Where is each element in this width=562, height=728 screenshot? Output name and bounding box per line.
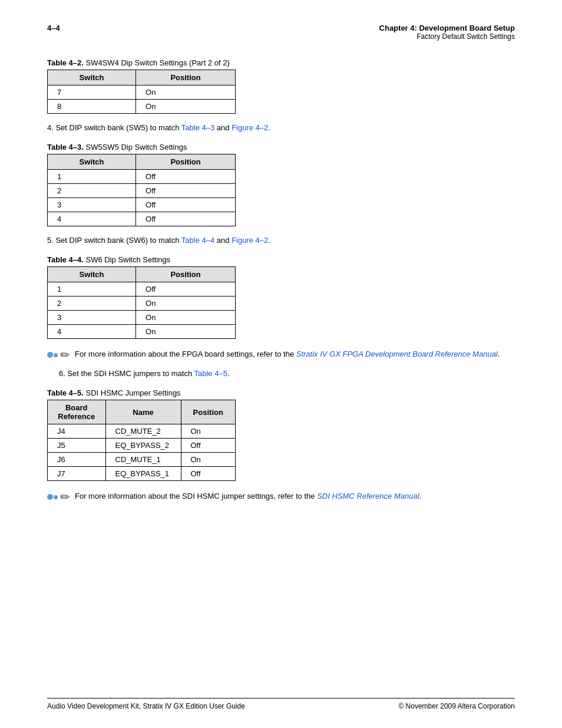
table5-col2-header: Name <box>105 400 181 424</box>
note2-text: For more information about the SDI HSMC … <box>75 490 421 502</box>
pencil2-icon: ✏ <box>60 491 70 503</box>
table5-caption: Table 4–5. SDI HSMC Jumper Settings <box>47 388 515 397</box>
page-footer: Audio Video Development Kit, Stratix IV … <box>47 698 515 710</box>
table-row: 8On <box>48 100 236 114</box>
note1-icon: ✏ <box>47 349 70 361</box>
table2-col2-header: Position <box>136 70 236 85</box>
table-row: 1Off <box>48 282 236 297</box>
switch-cell: 2 <box>48 297 136 311</box>
table3-col1-header: Switch <box>48 154 136 170</box>
note-dot-small <box>54 353 58 357</box>
figure42-link-2[interactable]: Figure 4–2 <box>232 236 268 245</box>
chapter-title: Chapter 4: Development Board Setup <box>379 24 515 32</box>
position-cell: Off <box>136 170 236 184</box>
table45-link[interactable]: Table 4–5 <box>194 369 227 378</box>
pencil-icon: ✏ <box>60 349 70 361</box>
table-row: 2On <box>48 297 236 311</box>
table4-caption: Table 4–4. SW6 Dip Switch Settings <box>47 255 515 264</box>
page-number: 4–4 <box>47 24 60 32</box>
position-cell: On <box>136 100 236 114</box>
switch-cell: 4 <box>48 212 136 226</box>
name-cell: CD_MUTE_2 <box>105 424 181 439</box>
table3-col2-header: Position <box>136 154 236 170</box>
table-row: 4Off <box>48 212 236 226</box>
switch-cell: 3 <box>48 311 136 325</box>
table5: Board Reference Name Position J4CD_MUTE_… <box>47 400 236 481</box>
name-cell: EQ_BYPASS_1 <box>105 467 181 481</box>
note2-block: ✏ For more information about the SDI HSM… <box>47 490 515 503</box>
position-cell: Off <box>136 212 236 226</box>
footer-right: © November 2009 Altera Corporation <box>398 702 515 710</box>
name-cell: EQ_BYPASS_2 <box>105 439 181 453</box>
table43-link[interactable]: Table 4–3 <box>181 123 214 132</box>
table3: Switch Position 1Off2Off3Off4Off <box>47 154 236 226</box>
page: 4–4 Chapter 4: Development Board Setup F… <box>0 0 562 728</box>
table-row: 3On <box>48 311 236 325</box>
table5-col1-header: Board Reference <box>48 400 106 424</box>
position-cell: Off <box>181 467 236 481</box>
step5-text: 5. Set DIP switch bank (SW6) to match Ta… <box>47 236 515 245</box>
stratix-manual-link[interactable]: Stratix IV GX FPGA Development Board Ref… <box>296 350 498 358</box>
position-cell: On <box>136 297 236 311</box>
name-cell: CD_MUTE_1 <box>105 453 181 467</box>
ref-cell: J6 <box>48 453 106 467</box>
step4-text: 4. Set DIP switch bank (SW5) to match Ta… <box>47 123 515 132</box>
table-row: 7On <box>48 85 236 100</box>
position-cell: On <box>136 325 236 339</box>
note-dot-large <box>47 352 53 358</box>
table2-caption: Table 4–2. SW4SW4 Dip Switch Settings (P… <box>47 58 515 67</box>
table4: Switch Position 1Off2On3On4On <box>47 266 236 339</box>
ref-cell: J7 <box>48 467 106 481</box>
switch-cell: 7 <box>48 85 136 100</box>
table44-link[interactable]: Table 4–4 <box>181 236 214 245</box>
table4-col1-header: Switch <box>48 267 136 282</box>
page-header: 4–4 Chapter 4: Development Board Setup F… <box>47 24 515 41</box>
note2-dot-small <box>54 495 58 499</box>
position-cell: Off <box>136 282 236 297</box>
table5-col3-header: Position <box>181 400 236 424</box>
switch-cell: 1 <box>48 282 136 297</box>
section-title: Factory Default Switch Settings <box>379 32 515 41</box>
position-cell: On <box>181 424 236 439</box>
ref-cell: J5 <box>48 439 106 453</box>
note2-icon: ✏ <box>47 491 70 503</box>
sdi-hsmc-link[interactable]: SDI HSMC Reference Manual <box>317 492 419 500</box>
step6-text: 6. Set the SDI HSMC jumpers to match Tab… <box>59 369 515 378</box>
header-right: Chapter 4: Development Board Setup Facto… <box>379 24 515 41</box>
table3-caption: Table 4–3. SW5SW5 Dip Switch Settings <box>47 143 515 151</box>
table2-col1-header: Switch <box>48 70 136 85</box>
switch-cell: 4 <box>48 325 136 339</box>
position-cell: On <box>136 311 236 325</box>
table-row: J5EQ_BYPASS_2Off <box>48 439 236 453</box>
position-cell: On <box>181 453 236 467</box>
table4-col2-header: Position <box>136 267 236 282</box>
switch-cell: 3 <box>48 198 136 212</box>
table2: Switch Position 7On8On <box>47 70 236 114</box>
position-cell: Off <box>136 198 236 212</box>
table-row: J7EQ_BYPASS_1Off <box>48 467 236 481</box>
switch-cell: 8 <box>48 100 136 114</box>
switch-cell: 2 <box>48 184 136 198</box>
ref-cell: J4 <box>48 424 106 439</box>
table-row: 3Off <box>48 198 236 212</box>
position-cell: Off <box>181 439 236 453</box>
footer-left: Audio Video Development Kit, Stratix IV … <box>47 702 245 710</box>
table-row: 2Off <box>48 184 236 198</box>
table-row: 1Off <box>48 170 236 184</box>
table-row: J6CD_MUTE_1On <box>48 453 236 467</box>
position-cell: Off <box>136 184 236 198</box>
note1-block: ✏ For more information about the FPGA bo… <box>47 348 515 361</box>
table-row: 4On <box>48 325 236 339</box>
figure42-link-1[interactable]: Figure 4–2 <box>232 123 268 132</box>
switch-cell: 1 <box>48 170 136 184</box>
note2-dot-large <box>47 494 53 500</box>
table-row: J4CD_MUTE_2On <box>48 424 236 439</box>
position-cell: On <box>136 85 236 100</box>
note1-text: For more information about the FPGA boar… <box>75 348 500 360</box>
